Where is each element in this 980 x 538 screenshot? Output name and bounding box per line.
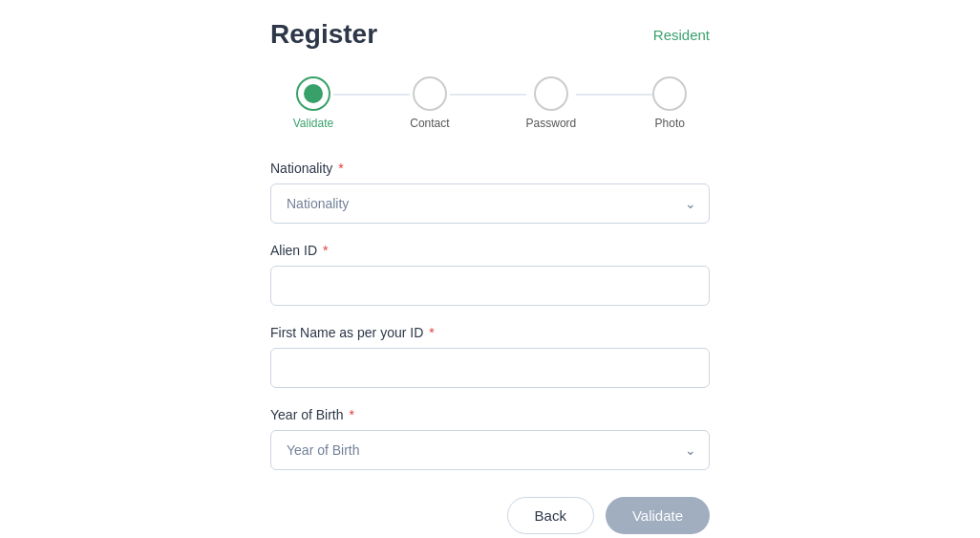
page-container: Register Resident Validate Contact Passw… bbox=[0, 0, 980, 538]
year-of-birth-select[interactable]: Year of Birth bbox=[270, 430, 710, 470]
validate-button[interactable]: Validate bbox=[606, 497, 710, 534]
first-name-label: First Name as per your ID * bbox=[270, 325, 710, 340]
alien-id-required: * bbox=[323, 243, 328, 258]
year-of-birth-required: * bbox=[349, 407, 353, 422]
buttons-row: Back Validate bbox=[270, 497, 710, 534]
step-circle-validate bbox=[296, 76, 330, 111]
step-photo: Photo bbox=[652, 76, 687, 130]
first-name-required: * bbox=[429, 325, 434, 340]
step-label-contact: Contact bbox=[410, 117, 449, 130]
year-of-birth-select-wrapper: Year of Birth ⌄ bbox=[270, 430, 710, 470]
nationality-select-wrapper: Nationality ⌄ bbox=[270, 183, 710, 224]
alien-id-input[interactable] bbox=[270, 266, 710, 306]
step-dot-validate bbox=[304, 84, 323, 103]
step-circle-contact bbox=[413, 76, 447, 111]
nationality-required: * bbox=[338, 161, 343, 176]
first-name-input[interactable] bbox=[270, 348, 710, 388]
nationality-field-group: Nationality * Nationality ⌄ bbox=[270, 161, 710, 224]
nationality-label: Nationality * bbox=[270, 161, 710, 176]
step-contact: Contact bbox=[410, 76, 449, 130]
nationality-select[interactable]: Nationality bbox=[270, 183, 710, 224]
step-validate: Validate bbox=[293, 76, 333, 130]
step-label-password: Password bbox=[526, 117, 577, 130]
step-circle-photo bbox=[652, 76, 687, 111]
connector-2 bbox=[450, 94, 526, 96]
year-of-birth-field-group: Year of Birth * Year of Birth ⌄ bbox=[270, 407, 710, 470]
connector-1 bbox=[333, 94, 410, 96]
step-password: Password bbox=[526, 76, 577, 130]
alien-id-label: Alien ID * bbox=[270, 243, 710, 258]
form-wrapper: Register Resident Validate Contact Passw… bbox=[270, 19, 710, 534]
step-label-validate: Validate bbox=[293, 117, 333, 130]
step-circle-password bbox=[534, 76, 568, 111]
alien-id-field-group: Alien ID * bbox=[270, 243, 710, 306]
page-title: Register bbox=[270, 19, 377, 50]
back-button[interactable]: Back bbox=[507, 497, 594, 534]
first-name-field-group: First Name as per your ID * bbox=[270, 325, 710, 388]
page-header: Register Resident bbox=[270, 19, 710, 50]
connector-3 bbox=[576, 94, 652, 96]
stepper: Validate Contact Password Photo bbox=[270, 76, 710, 130]
year-of-birth-label: Year of Birth * bbox=[270, 407, 710, 422]
resident-link[interactable]: Resident bbox=[653, 27, 710, 43]
step-label-photo: Photo bbox=[655, 117, 685, 130]
register-form: Nationality * Nationality ⌄ Alien ID * bbox=[270, 161, 710, 534]
